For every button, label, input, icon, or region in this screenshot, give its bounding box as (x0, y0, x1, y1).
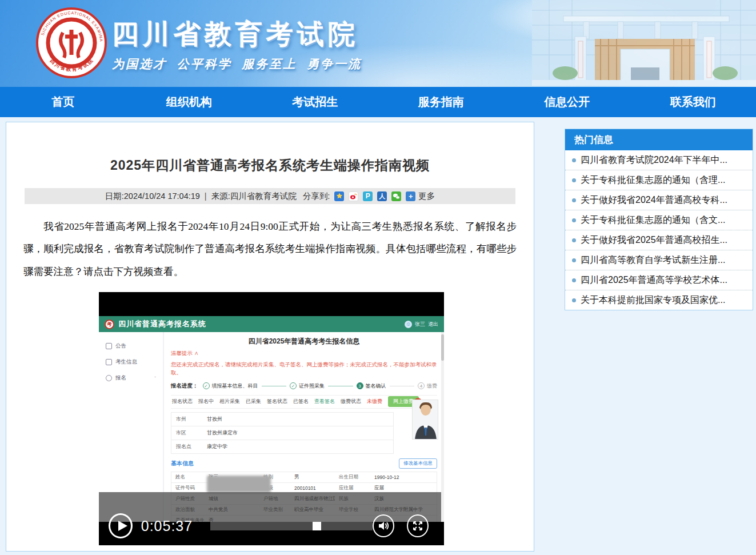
hot-info-item[interactable]: 四川省2025年普通高等学校艺术体... (565, 270, 753, 290)
video-progress-handle[interactable] (313, 522, 321, 530)
page: SICHUAN EDUCATIONAL EXAMINATION AUTHORIT… (0, 0, 756, 555)
capture-app-title: 四川省普通高考报名系统 (118, 319, 206, 329)
step-payment: 4缴费 (418, 382, 437, 390)
more-share-label[interactable]: 更多 (418, 191, 435, 202)
nav-item-service-guide[interactable]: 服务指南 (378, 87, 505, 117)
step-photo-capture: ✓证件照采集 (290, 382, 325, 390)
main-nav: 首页 组织机构 考试招生 服务指南 信息公开 联系我们 (0, 87, 756, 117)
qzone-icon[interactable] (334, 191, 344, 201)
hot-info-item[interactable]: 关于做好我省2025年普通高校招生... (565, 230, 753, 250)
article-title: 2025年四川省普通高考报名系统考生端操作指南视频 (6, 157, 534, 174)
chevron-down-icon: ˇ (154, 376, 156, 381)
capture-tip-toggle: 温馨提示 ∧ (171, 350, 437, 357)
more-share-icon[interactable]: + (406, 191, 415, 201)
bullet-icon (572, 258, 576, 262)
capture-user-avatar: ☺ (405, 321, 412, 328)
site-slogan: 为国选才 公平科学 服务至上 勇争一流 (112, 56, 362, 72)
capture-logout-link: 退出 (428, 321, 438, 328)
renren-icon[interactable]: 人 (377, 191, 387, 201)
candidate-info-icon (106, 359, 112, 365)
bullet-icon (572, 278, 576, 282)
site-header: SICHUAN EDUCATIONAL EXAMINATION AUTHORIT… (0, 0, 756, 87)
progress-label: 报名进度： (171, 382, 198, 390)
capture-warning-text: 您还未完成正式报名，请继续完成相片采集、电子签名、网上缴费等操作；未完成正式报名… (171, 361, 437, 377)
bullet-icon (572, 198, 576, 202)
hot-info-item[interactable]: 四川省教育考试院2024年下半年中... (565, 150, 753, 170)
article-source: 来源:四川省教育考试院 (211, 191, 297, 202)
nav-item-contact[interactable]: 联系我们 (630, 87, 756, 117)
meta-separator: | (205, 191, 207, 201)
capture-app-logo-icon: 考 (105, 320, 114, 329)
nav-item-home[interactable]: 首页 (0, 87, 126, 117)
capture-app-header: 考 四川省普通高考报名系统 ☺ 张三 退出 (99, 316, 444, 332)
capture-status-strip: 报名状态报名中 相片采集已采集 签名状态已签名 查看签名 缴费状态 未缴费 网上… (171, 395, 437, 409)
hot-info-item[interactable]: 四川省高等教育自学考试新生注册... (565, 250, 753, 270)
edit-basic-info-button: 修改基本信息 (399, 458, 437, 469)
video-screen-capture: 考 四川省普通高考报名系统 ☺ 张三 退出 公告 考生信息 报名ˇ (99, 316, 444, 522)
nav-item-exam-enroll[interactable]: 考试招生 (252, 87, 378, 117)
building-photo (532, 0, 756, 86)
video-progress-bar[interactable] (210, 522, 373, 530)
hot-info-item[interactable]: 关于做好我省2024年普通高校专科... (565, 190, 753, 210)
capture-location-table: 市州甘孜州 市区甘孜州康定市 报名点康定中学 (171, 412, 394, 454)
video-player[interactable]: 考 四川省普通高考报名系统 ☺ 张三 退出 公告 考生信息 报名ˇ (99, 292, 444, 545)
nav-item-organization[interactable]: 组织机构 (126, 87, 253, 117)
bullet-icon (572, 218, 576, 222)
capture-progress-steps: 报名进度： ✓填报基本信息、科目 ✓证件照采集 3签名确认 4缴费 (171, 382, 437, 390)
video-time: 0:05:37 (141, 518, 193, 534)
fullscreen-button[interactable] (407, 514, 429, 537)
video-controls: 0:05:37 (99, 512, 444, 540)
weibo-icon[interactable] (349, 191, 358, 201)
step-signature-confirm: 3签名确认 (357, 382, 386, 390)
notice-icon (106, 343, 112, 349)
play-button[interactable] (109, 513, 133, 538)
share-label: 分享到: (303, 191, 330, 202)
candidate-id-photo (412, 400, 438, 440)
article-meta-bar: 日期:2024/10/24 17:04:19 | 来源:四川省教育考试院 分享到… (25, 188, 515, 204)
capture-menu-notice: 公告 (99, 338, 163, 354)
privacy-blur (207, 476, 271, 493)
bullet-icon (572, 238, 576, 242)
hot-info-item[interactable]: 关于专科批征集志愿的通知（含理... (565, 170, 753, 190)
site-logo-seal-icon: SICHUAN EDUCATIONAL EXAMINATION AUTHORIT… (35, 7, 107, 79)
capture-menu-register: 报名ˇ (99, 370, 163, 386)
tencent-friend-icon[interactable]: P (363, 191, 373, 201)
view-signature-link: 查看签名 (314, 398, 335, 405)
hot-info-list: 四川省教育考试院2024年下半年中... 关于专科批征集志愿的通知（含理... … (565, 150, 753, 310)
wechat-icon[interactable] (391, 191, 401, 201)
article-panel: 2025年四川省普通高考报名系统考生端操作指南视频 日期:2024/10/24 … (6, 122, 534, 552)
bullet-icon (572, 298, 576, 302)
capture-scrollbar (441, 332, 444, 522)
hot-info-title: 热门信息 (565, 129, 753, 150)
hot-info-panel: 热门信息 四川省教育考试院2024年下半年中... 关于专科批征集志愿的通知（含… (565, 129, 753, 310)
register-icon (106, 375, 112, 381)
capture-user-name: 张三 (415, 321, 425, 328)
bullet-icon (572, 158, 576, 162)
capture-menu-candidate-info: 考生信息 (99, 354, 163, 370)
article-body: 我省2025年普通高考网上报名于2024年10月24日9:00正式开始，为让高三… (23, 215, 517, 283)
bullet-icon (572, 178, 576, 182)
hot-info-item[interactable]: 关于专科批征集志愿的通知（含文... (565, 210, 753, 230)
nav-item-info-disclosure[interactable]: 信息公开 (504, 87, 630, 117)
capture-page-title: 四川省2025年普通高考考生报名信息 (171, 337, 437, 346)
site-title: 四川省教育考试院 (112, 19, 362, 49)
step-basic-info: ✓填报基本信息、科目 (203, 382, 258, 390)
hot-info-item[interactable]: 关于本科提前批国家专项及国家优... (565, 290, 753, 310)
article-date: 日期:2024/10/24 17:04:19 (105, 191, 200, 202)
basic-info-title: 基本信息 (171, 460, 194, 468)
volume-button[interactable] (373, 514, 394, 537)
